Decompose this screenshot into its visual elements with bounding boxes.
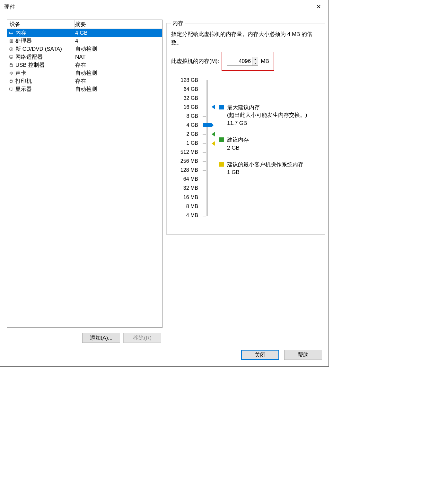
recommended-marker-icon xyxy=(212,132,215,136)
device-summary: 自动检测 xyxy=(74,45,162,53)
device-row[interactable]: USB 控制器存在 xyxy=(7,61,162,69)
svg-rect-9 xyxy=(10,56,13,57)
memory-scale-label: 256 MB xyxy=(171,158,198,164)
device-name: 打印机 xyxy=(15,77,74,85)
printer-icon xyxy=(7,79,15,83)
memory-slider-track xyxy=(206,80,208,216)
device-table-header: 设备 摘要 xyxy=(7,20,162,29)
device-row[interactable]: 处理器4 xyxy=(7,37,162,45)
svg-rect-0 xyxy=(10,32,13,33)
svg-rect-18 xyxy=(10,88,13,90)
memory-scale-label: 4 MB xyxy=(171,213,198,219)
memory-scale-label: 16 GB xyxy=(171,104,198,110)
device-summary: 存在 xyxy=(74,77,162,85)
memory-slider-tick xyxy=(203,216,206,216)
device-summary: 存在 xyxy=(74,61,162,69)
memory-slider-tick xyxy=(203,98,206,98)
memory-scale-label: 16 MB xyxy=(171,195,198,201)
memory-slider-tick xyxy=(203,207,206,207)
memory-slider-tick xyxy=(203,134,206,135)
memory-scale-label: 8 GB xyxy=(171,113,198,119)
help-button[interactable]: 帮助 xyxy=(284,350,322,360)
memory-group-title: 内存 xyxy=(171,20,185,27)
memory-scale-label: 128 MB xyxy=(171,167,198,173)
memory-slider-tick xyxy=(203,189,206,189)
legend-max-value: 11.7 GB xyxy=(219,120,307,126)
legend-max-title: 最大建议内存 xyxy=(227,104,307,112)
svg-rect-17 xyxy=(10,82,12,83)
device-row[interactable]: 新 CD/DVD (SATA)自动检测 xyxy=(7,45,162,53)
display-icon xyxy=(7,87,15,91)
memory-slider-tick xyxy=(203,80,206,80)
max-marker-icon xyxy=(212,105,215,109)
legend-min-title: 建议的最小客户机操作系统内存 xyxy=(227,161,303,169)
memory-slider-tick xyxy=(203,152,206,153)
memory-slider-tick xyxy=(203,143,206,144)
header-device: 设备 xyxy=(7,20,74,29)
svg-rect-15 xyxy=(10,81,13,82)
memory-scale-label: 512 MB xyxy=(171,149,198,155)
memory-slider-tick xyxy=(203,107,206,107)
memory-spin-down[interactable]: ▼ xyxy=(252,61,258,65)
hardware-settings-dialog: 硬件 ✕ 设备 摘要 内存4 GB处理器4新 CD/DVD (SATA)自动检测… xyxy=(0,0,329,367)
memory-scale-label: 4 GB xyxy=(171,122,198,128)
memory-spinbox[interactable]: ▲ ▼ xyxy=(227,57,258,66)
titlebar: 硬件 ✕ xyxy=(0,0,329,13)
memory-scale-label: 64 GB xyxy=(171,86,198,92)
memory-scale-label: 32 MB xyxy=(171,185,198,191)
memory-slider-tick xyxy=(203,180,206,180)
device-name: 网络适配器 xyxy=(15,53,74,61)
memory-scale-label: 1 GB xyxy=(171,140,198,146)
memory-slider-tick xyxy=(203,198,206,198)
device-row[interactable]: 显示器自动检测 xyxy=(7,85,162,93)
svg-rect-5 xyxy=(10,39,13,42)
close-button[interactable]: 关闭 xyxy=(241,350,279,360)
memory-slider-tick xyxy=(203,89,206,89)
window-title: 硬件 xyxy=(4,3,312,11)
device-row[interactable]: 内存4 GB xyxy=(7,29,162,37)
memory-input-highlight: ▲ ▼ MB xyxy=(222,52,274,71)
disc-icon xyxy=(7,47,15,51)
memory-unit-label: MB xyxy=(261,58,269,65)
legend-rec-value: 2 GB xyxy=(219,145,307,151)
memory-slider[interactable] xyxy=(200,77,215,219)
memory-description: 指定分配给此虚拟机的内存量。内存大小必须为 4 MB 的倍数。 xyxy=(171,30,320,47)
cpu-icon xyxy=(7,39,15,43)
min-marker-icon xyxy=(212,141,215,146)
device-name: USB 控制器 xyxy=(15,61,74,69)
memory-scale-label: 32 GB xyxy=(171,95,198,101)
device-row[interactable]: 声卡自动检测 xyxy=(7,69,162,77)
memory-slider-tick xyxy=(203,161,206,162)
device-summary: 4 GB xyxy=(74,30,162,36)
svg-point-8 xyxy=(11,48,12,49)
memory-value-input[interactable] xyxy=(227,57,252,65)
add-device-button[interactable]: 添加(A)... xyxy=(82,333,120,343)
legend-square-blue-icon xyxy=(219,105,224,109)
device-summary: NAT xyxy=(74,54,162,60)
device-list-panel: 设备 摘要 内存4 GB处理器4新 CD/DVD (SATA)自动检测网络适配器… xyxy=(7,20,162,343)
memory-scale-label: 64 MB xyxy=(171,176,198,182)
memory-spin-up[interactable]: ▲ xyxy=(252,57,258,62)
device-row[interactable]: 打印机存在 xyxy=(7,77,162,85)
header-summary: 摘要 xyxy=(74,20,162,29)
svg-marker-14 xyxy=(10,72,12,74)
svg-rect-6 xyxy=(11,40,12,42)
remove-device-button[interactable]: 移除(R) xyxy=(123,333,161,343)
legend-min-value: 1 GB xyxy=(219,169,307,176)
legend-square-green-icon xyxy=(219,137,224,142)
memory-settings-panel: 内存 指定分配给此虚拟机的内存量。内存大小必须为 4 MB 的倍数。 此虚拟机的… xyxy=(166,20,325,343)
memory-slider-scale: 128 GB64 GB32 GB16 GB8 GB4 GB2 GB1 GB512… xyxy=(171,77,200,219)
memory-slider-thumb[interactable] xyxy=(203,123,212,127)
svg-point-7 xyxy=(10,47,13,51)
device-row[interactable]: 网络适配器NAT xyxy=(7,53,162,61)
device-name: 声卡 xyxy=(15,69,74,77)
network-icon xyxy=(7,55,15,59)
svg-rect-16 xyxy=(10,80,12,81)
legend-rec-title: 建议内存 xyxy=(227,136,249,144)
close-icon[interactable]: ✕ xyxy=(312,3,325,10)
memory-scale-label: 128 GB xyxy=(171,77,198,83)
device-name: 显示器 xyxy=(15,85,74,93)
legend-square-yellow-icon xyxy=(219,162,224,167)
device-summary: 4 xyxy=(74,38,162,44)
device-name: 内存 xyxy=(15,29,74,37)
